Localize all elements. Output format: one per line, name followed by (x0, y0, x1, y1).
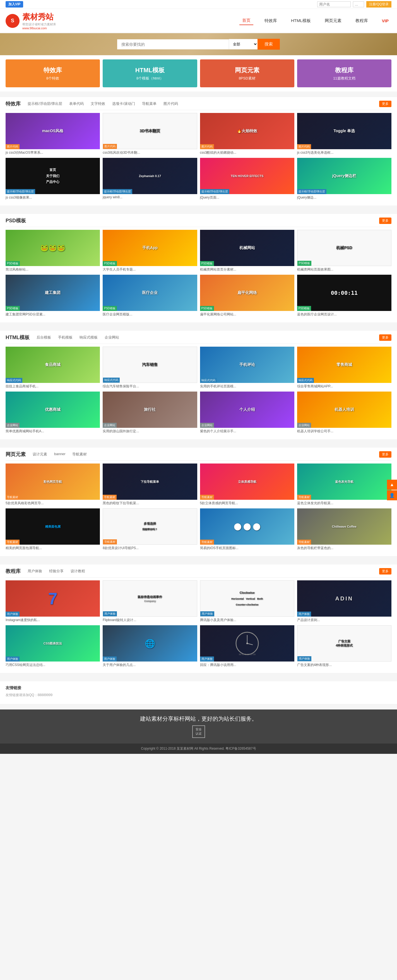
nav-html[interactable]: HTML模板 (288, 17, 314, 25)
tab-text[interactable]: 文字特效 (89, 101, 107, 107)
tab-nav-materials[interactable]: 导航素材 (71, 451, 88, 457)
list-item[interactable]: 旅行社 企业网站 实用的游山国外旅行定... (103, 391, 197, 434)
tab-slider[interactable]: 选项卡/滚动门 (111, 101, 136, 107)
tag-badge: PSD模板 (297, 261, 312, 266)
list-item[interactable]: 00:00:11 PSD模板 蓝色的医疗企业网页设计... (297, 275, 391, 317)
list-item[interactable]: 首页关于我们产品中心 提示框/浮动层/弹出层 js css3镜像效果... (6, 158, 100, 200)
tab-form[interactable]: 表单代码 (68, 101, 85, 107)
list-item[interactable]: 机械PSD PSD模板 机械类网站页面效果图... (297, 230, 391, 272)
list-item[interactable]: macOS风格 图片代码 js css3仿MacOS苹果系... (6, 113, 100, 155)
tag-badge: 用户体验 (6, 612, 19, 617)
friend-links-contact: 友情链接请添加QQ：88889999 (6, 693, 391, 697)
hero-banner-tutorials[interactable]: 教程库 11篇教程文档 (297, 59, 391, 87)
tag-badge: 图片代码 (6, 144, 19, 149)
tag-badge: PSD模板 (297, 306, 311, 311)
nav-tutorials[interactable]: 教程库 (352, 17, 371, 25)
top-bar: 加入VIP 注册/QQ登录 (0, 0, 397, 9)
list-item[interactable]: 精美面包屑 导航素材 精美的网页面包屑导航... (6, 508, 100, 550)
list-item[interactable]: 7 用户体验 Instagram速度快的私... (6, 581, 100, 622)
list-item[interactable]: 🐸🐸🐸 PSD模板 简洁风格标站... (6, 230, 100, 272)
search-select[interactable]: 全部 特效库 HTML模板 网页元素 教程库 (229, 39, 258, 49)
list-item[interactable]: 建工集团 PSD模板 建工集团官网PSD分层素... (6, 275, 100, 317)
tab-ux[interactable]: 用户体验 (26, 568, 43, 574)
tutorials-grid: 7 用户体验 Instagram速度快的私... 鼠标停悬动画事件Company… (6, 581, 391, 667)
thumb-label: macOS风格 (42, 129, 63, 134)
list-item[interactable]: 优惠商城 企业网站 简单优惠商城网站手机A... (6, 391, 100, 434)
list-item[interactable]: 彩色网页导航 导航素材 5款优美风格彩色网页导... (6, 463, 100, 506)
effects-header: 特效库 提示框/浮动层/弹出层 表单代码 文字特效 选项卡/滚动门 导航菜单 图… (6, 97, 391, 110)
list-item[interactable]: ⬤ ⬤ ⬤ 导航素材 简易的iOS手机页面图标... (200, 508, 294, 550)
elements-grid: 彩色网页导航 导航素材 5款优美风格彩色网页导... 下拉导航菜单 导航素材 黑… (6, 463, 391, 550)
tag-badge: 用户体验 (103, 657, 116, 662)
html-more-btn[interactable]: 更多 (379, 334, 391, 341)
nav-home[interactable]: 首页 (239, 16, 254, 25)
search-btn[interactable]: 搜索 (258, 39, 280, 49)
list-item[interactable]: 手机评论 响应式代码 实用的手机评论页面模... (200, 347, 294, 389)
list-item[interactable]: 多项选择我能帮你吗？ 导航素材 8款优美设计UI导航PS... (103, 508, 197, 550)
list-item[interactable]: Zephaniah 0.17 提示框/浮动层/弹出层 jquery win8..… (103, 158, 197, 200)
tab-popup[interactable]: 提示框/浮动层/弹出层 (26, 101, 64, 107)
list-item[interactable]: 🌐 用户体验 关于用户体验的几点... (103, 625, 197, 667)
list-item[interactable]: 鼠标停悬动画事件Company 用户体验 Flipboard旋转人设计... (103, 581, 197, 622)
thumb-label: 立体质感导航 (238, 480, 257, 484)
effects-more-btn[interactable]: 更多 (379, 101, 391, 107)
tab-backend[interactable]: 后台模板 (35, 334, 53, 340)
thumb-label: 汽车销售 (142, 362, 158, 367)
thumb-label: 鼠标停悬动画事件Company (137, 595, 162, 602)
psd-more-btn[interactable]: 更多 (379, 218, 391, 224)
list-item[interactable]: 机械网站 PSD模板 机械类网站首页分素材... (200, 230, 294, 272)
list-item[interactable]: Toggle 单选 图片代码 js css3与选美化单选框... (297, 113, 391, 155)
vip-join-btn[interactable]: 加入VIP (6, 1, 23, 8)
list-item[interactable]: ADIN 用户体验 产品设计原则... (297, 581, 391, 622)
tab-mobile[interactable]: 手机模板 (57, 334, 74, 340)
tab-enterprise[interactable]: 企业网站 (103, 334, 121, 340)
tab-img[interactable]: 图片代码 (162, 101, 179, 107)
tab-banner[interactable]: banner (53, 451, 67, 457)
nav-vip[interactable]: VIP (379, 17, 391, 25)
tab-design-elements[interactable]: 设计元素 (31, 451, 49, 457)
list-item[interactable]: TEN HOVER EFFECTS 提示框/浮动层/弹出层 jQuery页面..… (200, 158, 294, 200)
tab-experience-share[interactable]: 经验分享 (48, 568, 65, 574)
list-item[interactable]: 3D书本翻页 图片代码 css3纸风吹动3D书本翻... (103, 113, 197, 155)
footer-secure-badge: 安全 认证 (192, 725, 205, 738)
tutorials-more-btn[interactable]: 更多 (379, 568, 391, 574)
list-item[interactable]: 零售商城 响应式代码 综合零售商城网站APP... (297, 347, 391, 389)
sidebar-top-btn[interactable]: ▲ (387, 480, 397, 490)
list-item[interactable]: Chillwave Coffee 导航素材 灰色的导航栏带蓝色的... (297, 508, 391, 550)
list-item[interactable]: ClockwiseHorizontal Vertical BothCounter… (200, 581, 294, 622)
footer-slogan: 建站素材分享标杆网站，更好的为站长们服务。 (6, 715, 391, 722)
password-input[interactable] (353, 2, 364, 7)
tab-responsive[interactable]: 响应式模板 (78, 334, 99, 340)
list-item[interactable]: jQuery侧边栏 提示框/浮动层/弹出层 jQuery侧边... (297, 158, 391, 200)
search-input[interactable] (117, 39, 229, 49)
login-btn[interactable]: 注册/QQ登录 (366, 1, 391, 8)
tab-design-tutorial[interactable]: 设计教程 (69, 568, 86, 574)
elements-more-btn[interactable]: 更多 (379, 451, 391, 458)
list-item[interactable]: 广告文案4种表现形式 用户体验 广告文案的4种表现形... (297, 625, 391, 667)
hero-banner-html[interactable]: HTML模板 8个模板（html） (103, 59, 197, 87)
username-input[interactable] (317, 2, 351, 7)
hero-banner-elements[interactable]: 网页元素 8PSD素材 (200, 59, 294, 87)
thumb-label: 7 (48, 589, 57, 608)
list-item[interactable]: 手机App PSD模板 大学生人员手机专题... (103, 230, 197, 272)
list-item[interactable]: 50 55 5 10 15 20 用户体验 回应：腾讯版小说用用... (200, 625, 294, 667)
list-item[interactable]: 个人介绍 企业网站 紫色的个人介绍展示手... (200, 391, 294, 434)
sidebar-user-btn[interactable]: 👤 (387, 490, 397, 500)
tag-badge: 用户体验 (200, 657, 214, 662)
item-title: 广告文案的4种表现形... (297, 663, 391, 667)
list-item[interactable]: 蓝色发光导航 导航素材 蓝色立体发光的导航菜... (297, 463, 391, 506)
tab-nav[interactable]: 导航菜单 (140, 101, 158, 107)
hero-banner-effects[interactable]: 特效库 8个特效 (6, 59, 100, 87)
list-item[interactable]: 下拉导航菜单 导航素材 黑色的暗纹下拉导航菜... (103, 463, 197, 506)
list-item[interactable]: 食品商城 响应式代码 扭扭上食品商城手机... (6, 347, 100, 389)
list-item[interactable]: 医疗企业 PSD模板 医疗企业网页模版... (103, 275, 197, 317)
list-item[interactable]: 立体质感导航 导航素材 5款立体质感的网页导航... (200, 463, 294, 506)
list-item[interactable]: 扁平化网络 PSD模板 扁平化展网络公司网站... (200, 275, 294, 317)
nav-effects[interactable]: 特效库 (262, 17, 280, 25)
nav-elements[interactable]: 网页元素 (322, 17, 344, 25)
list-item[interactable]: 汽车销售 响应式代码 综合汽车销售保险平台... (103, 347, 197, 389)
list-item[interactable]: 🔥火焰特效 图片代码 css3酷炫的火焰燃烧动... (200, 113, 294, 155)
list-item[interactable]: CSS图表技法 用户体验 巧用CSS绘网页运法总结... (6, 625, 100, 667)
hero-banner-effects-title: 特效库 (43, 66, 62, 75)
list-item[interactable]: 机器人培训 企业网站 机器人培训学校公司手... (297, 391, 391, 434)
